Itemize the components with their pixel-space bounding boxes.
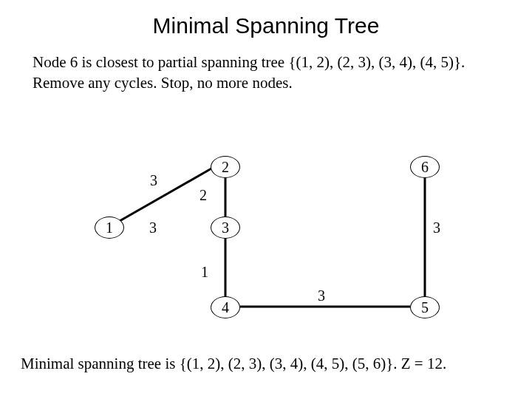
edge-weight-1-3: 3 — [149, 219, 157, 236]
graph-node-6: 6 — [410, 156, 440, 178]
graph-node-3: 3 — [211, 216, 240, 239]
svg-line-0 — [109, 168, 213, 227]
graph-node-2: 2 — [211, 156, 240, 178]
edge-weight-3-4: 1 — [201, 264, 208, 281]
edge-weight-4-5: 3 — [318, 287, 325, 304]
graph-node-4: 4 — [211, 296, 240, 318]
description-text: Node 6 is closest to partial spanning tr… — [0, 46, 532, 94]
graph-canvas: 1 2 3 4 5 6 3 2 1 3 3 3 — [0, 144, 532, 351]
graph-node-1: 1 — [95, 216, 124, 239]
graph-edges — [0, 144, 532, 351]
edge-weight-5-6: 3 — [433, 219, 440, 236]
graph-node-5: 5 — [410, 296, 440, 318]
edge-weight-1-2: 3 — [150, 172, 157, 189]
edge-weight-2-3: 2 — [200, 187, 207, 204]
footer-text: Minimal spanning tree is {(1, 2), (2, 3)… — [0, 355, 532, 373]
page-title: Minimal Spanning Tree — [0, 0, 532, 46]
